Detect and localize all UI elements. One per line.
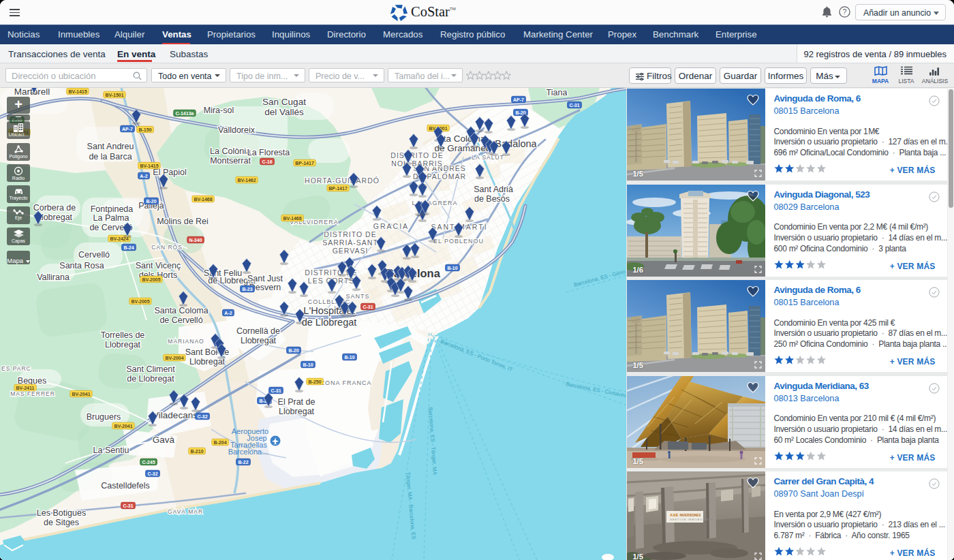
svg-text:BP-1417: BP-1417 xyxy=(328,186,348,191)
svg-text:B-204: B-204 xyxy=(213,440,226,445)
svg-text:Badalona: Badalona xyxy=(495,138,537,149)
svg-text:B-250: B-250 xyxy=(308,379,321,384)
svg-text:La Colònia: La Colònia xyxy=(210,146,251,156)
svg-text:Santa Coloma: Santa Coloma xyxy=(154,306,208,315)
svg-text:GAVÀ MAR: GAVÀ MAR xyxy=(168,508,203,515)
svg-text:DISTRITO DE: DISTRITO DE xyxy=(324,230,376,238)
svg-text:MAS FERRER: MAS FERRER xyxy=(10,390,55,397)
svg-text:C-32: C-32 xyxy=(197,414,207,419)
svg-text:B-23: B-23 xyxy=(242,287,252,292)
svg-text:BV-2041: BV-2041 xyxy=(114,424,132,429)
svg-text:BV-2005: BV-2005 xyxy=(131,299,149,304)
svg-text:Llobregat: Llobregat xyxy=(241,336,277,345)
svg-text:Sant Andreu: Sant Andreu xyxy=(87,142,134,151)
svg-text:San Cugat: San Cugat xyxy=(262,97,306,107)
svg-text:Sant Just: Sant Just xyxy=(247,274,283,283)
svg-text:Cervelló: Cervelló xyxy=(78,250,110,260)
svg-text:de Llobregat: de Llobregat xyxy=(302,317,357,328)
svg-text:C-245: C-245 xyxy=(142,460,155,465)
svg-text:HORTA-GUINARDÓ: HORTA-GUINARDÓ xyxy=(305,176,380,185)
svg-text:AP-7: AP-7 xyxy=(122,127,133,131)
svg-text:Llobregat: Llobregat xyxy=(37,213,73,222)
svg-text:Mira-sol: Mira-sol xyxy=(204,106,234,115)
svg-text:de Besòs: de Besòs xyxy=(474,194,510,204)
svg-text:BP-1417: BP-1417 xyxy=(295,161,314,166)
svg-text:Montserrat: Montserrat xyxy=(210,156,251,166)
svg-text:de la Barca: de la Barca xyxy=(89,152,132,161)
svg-text:AXE INVERSIONES: AXE INVERSIONES xyxy=(670,512,701,517)
svg-text:BV-1415: BV-1415 xyxy=(140,164,158,168)
svg-text:de Llobregat: de Llobregat xyxy=(127,374,174,384)
svg-text:C-31: C-31 xyxy=(569,103,579,108)
svg-text:Molins de Rei: Molins de Rei xyxy=(157,217,209,226)
svg-text:Bruguers: Bruguers xyxy=(87,412,121,422)
svg-text:C-31: C-31 xyxy=(271,388,281,393)
svg-text:B-150: B-150 xyxy=(138,127,151,132)
svg-text:C-31: C-31 xyxy=(123,503,133,508)
svg-text:?: ? xyxy=(843,7,847,16)
svg-text:B-10: B-10 xyxy=(303,362,313,367)
svg-text:Valldoreix: Valldoreix xyxy=(218,125,256,135)
svg-text:de Cervelló: de Cervelló xyxy=(159,315,202,325)
svg-text:Tiana: Tiana xyxy=(547,88,568,97)
svg-text:Viladecans: Viladecans xyxy=(153,410,198,420)
svg-text:C-32: C-32 xyxy=(147,471,157,476)
svg-text:B-22: B-22 xyxy=(238,460,248,465)
svg-text:A-2: A-2 xyxy=(140,174,147,178)
svg-text:Torrelles de: Torrelles de xyxy=(101,330,145,340)
svg-text:Vallirana: Vallirana xyxy=(37,273,70,282)
svg-text:C-16: C-16 xyxy=(262,159,272,164)
svg-text:GRACIA: GRACIA xyxy=(373,222,409,230)
svg-text:B-24: B-24 xyxy=(123,245,134,250)
svg-text:C-1413a: C-1413a xyxy=(176,111,194,116)
svg-text:A-2: A-2 xyxy=(224,311,232,315)
svg-text:C-31: C-31 xyxy=(363,305,373,309)
svg-text:NOU BARRIS: NOU BARRIS xyxy=(391,159,442,168)
svg-text:BV-2005: BV-2005 xyxy=(142,277,160,282)
svg-text:Llobregat: Llobregat xyxy=(105,340,141,349)
svg-text:B-20: B-20 xyxy=(146,199,156,204)
svg-text:Barcelona...: Barcelona... xyxy=(228,448,268,456)
svg-text:BV-1415: BV-1415 xyxy=(68,89,87,94)
svg-text:La Sentiu: La Sentiu xyxy=(93,446,129,455)
svg-text:Gavà: Gavà xyxy=(153,435,175,445)
svg-text:de Sitges: de Sitges xyxy=(44,518,79,527)
svg-text:La Palma: La Palma xyxy=(93,213,129,223)
svg-text:Fontpineda: Fontpineda xyxy=(91,204,134,214)
svg-text:Castelldefels: Castelldefels xyxy=(101,481,150,491)
svg-text:El Prat de: El Prat de xyxy=(278,397,316,407)
svg-text:B-10: B-10 xyxy=(344,355,354,360)
svg-text:B-210: B-210 xyxy=(190,449,203,454)
svg-text:SARRIÀ-SANT: SARRIÀ-SANT xyxy=(322,238,378,247)
svg-text:BV-1462: BV-1462 xyxy=(237,178,256,183)
svg-text:del Vallés: del Vallés xyxy=(264,107,304,117)
svg-text:GERVASI: GERVASI xyxy=(333,247,369,255)
svg-text:BV-1501: BV-1501 xyxy=(105,93,123,97)
svg-text:BV-2411: BV-2411 xyxy=(16,386,35,390)
svg-text:B-20: B-20 xyxy=(288,348,298,353)
svg-text:Sant Adrià: Sant Adrià xyxy=(474,185,513,194)
svg-text:LA SALUT: LA SALUT xyxy=(472,154,504,161)
svg-text:Santa Rosa: Santa Rosa xyxy=(59,261,104,270)
svg-text:La Floresta: La Floresta xyxy=(247,148,290,157)
svg-text:EL POBLENOU: EL POBLENOU xyxy=(433,238,484,245)
svg-text:BV-2041: BV-2041 xyxy=(72,392,90,396)
svg-text:G E S T I O N I N M O B I L: G E S T I O N I N M O B I L I A R I A xyxy=(670,518,713,521)
svg-text:Sant Vicenç: Sant Vicenç xyxy=(136,261,181,270)
svg-text:ES PARC: ES PARC xyxy=(1,365,31,372)
svg-text:B-10: B-10 xyxy=(447,266,457,270)
svg-text:AP-7: AP-7 xyxy=(513,97,524,102)
svg-text:N-340: N-340 xyxy=(189,238,202,243)
svg-text:BV-1468: BV-1468 xyxy=(194,197,212,202)
svg-text:ZONA FRANCA: ZONA FRANCA xyxy=(320,379,371,386)
svg-text:Llobregat: Llobregat xyxy=(279,407,315,416)
svg-text:BV-2004: BV-2004 xyxy=(165,356,183,360)
svg-text:MARIANAO: MARIANAO xyxy=(168,338,204,345)
svg-text:BV-1468: BV-1468 xyxy=(283,216,301,221)
svg-text:Corbera de: Corbera de xyxy=(33,203,76,213)
svg-text:Les Botigues: Les Botigues xyxy=(37,508,86,518)
svg-text:Cornellà de: Cornellà de xyxy=(236,326,280,336)
svg-text:Sant Climent: Sant Climent xyxy=(126,364,175,374)
svg-text:CAN ROS: CAN ROS xyxy=(151,244,183,251)
